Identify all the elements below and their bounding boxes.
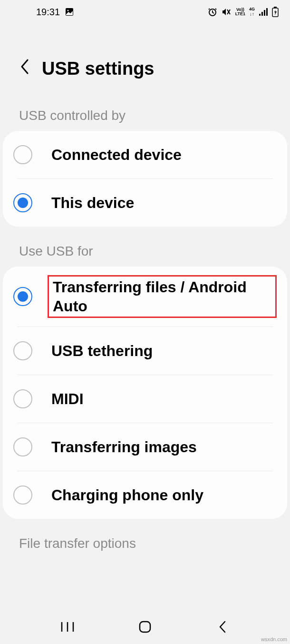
radio-icon [13, 287, 32, 306]
nav-home[interactable] [131, 617, 159, 636]
svg-rect-8 [274, 7, 277, 8]
option-label: Transferring files / Android Auto [48, 275, 277, 318]
option-label: MIDI [51, 389, 84, 408]
image-icon [65, 7, 74, 17]
option-transferring-files[interactable]: Transferring files / Android Auto [3, 267, 287, 327]
status-right: Vo)) LTE1 4G ↓↑ [208, 7, 279, 17]
svg-rect-6 [266, 8, 268, 16]
option-label: Transferring images [51, 437, 197, 456]
option-midi[interactable]: MIDI [3, 375, 287, 423]
signal-icon [259, 8, 268, 16]
radio-icon [13, 485, 32, 505]
network-4g-icon: 4G ↓↑ [249, 7, 255, 17]
option-charging-only[interactable]: Charging phone only [3, 471, 287, 519]
radio-icon [13, 389, 32, 408]
nav-back[interactable] [208, 617, 237, 636]
card-controlled-by: Connected device This device [3, 131, 287, 227]
nav-recents[interactable] [53, 617, 82, 636]
card-use-for: Transferring files / Android Auto USB te… [3, 267, 287, 519]
option-connected-device[interactable]: Connected device [3, 131, 287, 178]
mute-vibrate-icon [221, 7, 232, 17]
section-label-use-for: Use USB for [0, 230, 290, 267]
nav-bar [0, 610, 290, 644]
svg-point-1 [68, 10, 69, 11]
radio-icon [13, 193, 32, 212]
svg-rect-9 [140, 622, 150, 632]
alarm-icon [208, 7, 217, 17]
header: USB settings [0, 24, 290, 95]
option-label: Connected device [51, 145, 182, 164]
watermark: wsxdn.com [261, 636, 287, 642]
radio-icon [13, 145, 32, 164]
svg-rect-5 [264, 10, 265, 16]
option-label: This device [51, 193, 134, 212]
option-usb-tethering[interactable]: USB tethering [3, 327, 287, 375]
section-label-file-transfer: File transfer options [0, 523, 290, 559]
status-left: 19:31 [36, 7, 74, 18]
status-bar: 19:31 Vo)) LTE1 4G ↓↑ [0, 0, 290, 24]
option-label: USB tethering [51, 341, 153, 360]
radio-icon [13, 437, 32, 456]
status-time: 19:31 [36, 7, 60, 18]
page-title: USB settings [42, 59, 154, 79]
section-label-controlled-by: USB controlled by [0, 95, 290, 131]
option-transferring-images[interactable]: Transferring images [3, 423, 287, 471]
radio-icon [13, 341, 32, 360]
volte-icon: Vo)) LTE1 [235, 8, 245, 16]
option-label: Charging phone only [51, 485, 203, 505]
svg-rect-3 [259, 14, 261, 16]
battery-charging-icon [272, 7, 279, 17]
back-icon[interactable] [19, 58, 30, 79]
svg-rect-4 [261, 12, 263, 16]
option-this-device[interactable]: This device [3, 179, 287, 227]
